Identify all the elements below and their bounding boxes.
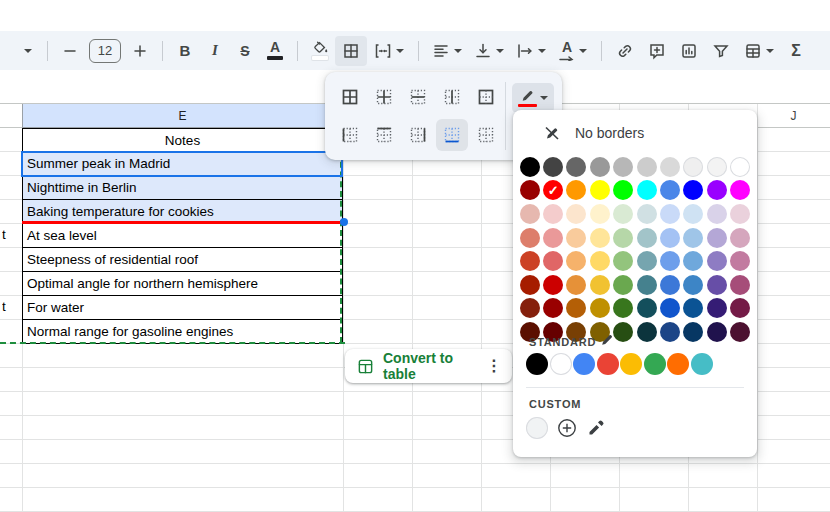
convert-to-table-button[interactable]: Convert to table ⋮ [345, 349, 512, 383]
color-swatch-d9d9d9[interactable] [660, 157, 680, 177]
color-swatch-1155cc[interactable] [660, 298, 680, 318]
color-swatch-a61c00[interactable] [520, 275, 540, 295]
font-size-input[interactable]: 12 [85, 36, 125, 66]
color-swatch-20124d[interactable] [707, 322, 727, 342]
color-swatch-434343[interactable] [543, 157, 563, 177]
border-color-button[interactable] [512, 83, 554, 113]
border-type-right[interactable] [402, 119, 434, 151]
color-swatch-0c343d[interactable] [637, 322, 657, 342]
color-swatch-134f5c[interactable] [637, 298, 657, 318]
create-filter-button[interactable] [705, 36, 737, 66]
decrease-font-size-button[interactable] [55, 36, 85, 66]
merge-cells-button[interactable] [367, 36, 411, 66]
insert-link-button[interactable] [609, 36, 641, 66]
color-swatch-d5a6bd[interactable] [730, 228, 750, 248]
text-rotation-button[interactable]: A [552, 36, 594, 66]
custom-color-swatch[interactable] [526, 417, 548, 439]
color-swatch-fbbc04[interactable] [620, 353, 642, 375]
more-options-icon[interactable]: ⋮ [486, 359, 502, 373]
functions-button[interactable]: Σ [781, 36, 811, 66]
border-type-vertical[interactable] [436, 81, 468, 113]
color-swatch-ea4335[interactable] [597, 353, 619, 375]
no-borders-option[interactable]: No borders [513, 118, 757, 148]
color-swatch-073763[interactable] [683, 322, 703, 342]
cell-row[interactable]: For water [23, 296, 342, 320]
color-swatch-fce5cd[interactable] [566, 204, 586, 224]
color-swatch-76a5af[interactable] [637, 251, 657, 271]
cell-row[interactable]: Steepness of residential roof [23, 248, 342, 272]
text-color-button[interactable]: A [260, 36, 290, 66]
color-swatch-000000[interactable] [520, 157, 540, 177]
color-swatch-ffd966[interactable] [590, 251, 610, 271]
cell-row[interactable]: Normal range for gasoline engines [23, 320, 342, 344]
color-swatch-ffff00[interactable] [590, 180, 610, 200]
color-swatch-fff2cc[interactable] [590, 204, 610, 224]
color-swatch-f3f3f3[interactable] [707, 157, 727, 177]
color-swatch-3d85c6[interactable] [683, 275, 703, 295]
color-swatch-85200c[interactable] [520, 298, 540, 318]
color-swatch-6d9eeb[interactable] [660, 251, 680, 271]
border-type-horizontal[interactable] [402, 81, 434, 113]
color-swatch-bf9000[interactable] [590, 298, 610, 318]
color-swatch-e69138[interactable] [566, 275, 586, 295]
border-type-left[interactable] [334, 119, 366, 151]
edit-standard-pencil-icon[interactable] [600, 333, 614, 347]
color-swatch-a64d79[interactable] [730, 275, 750, 295]
color-swatch-46bdc6[interactable] [691, 353, 713, 375]
color-swatch-ff0000[interactable]: ✓ [543, 180, 563, 200]
cell-row[interactable]: Optimal angle for northern hemisphere [23, 272, 342, 296]
eyedropper-icon[interactable] [586, 418, 606, 438]
strikethrough-button[interactable]: S [230, 36, 260, 66]
color-swatch-ffe599[interactable] [590, 228, 610, 248]
text-wrap-button[interactable] [510, 36, 552, 66]
color-swatch-0000ff[interactable] [683, 180, 703, 200]
color-swatch-b6d7a8[interactable] [613, 228, 633, 248]
color-swatch-e6b8af[interactable] [520, 204, 540, 224]
borders-button[interactable] [335, 36, 367, 66]
border-type-all[interactable] [334, 81, 366, 113]
color-swatch-f9cb9c[interactable] [566, 228, 586, 248]
color-swatch-6aa84f[interactable] [613, 275, 633, 295]
color-swatch-999999[interactable] [590, 157, 610, 177]
insert-chart-button[interactable] [673, 36, 705, 66]
color-swatch-4c1130[interactable] [730, 322, 750, 342]
color-swatch-6fa8dc[interactable] [683, 251, 703, 271]
border-type-clear[interactable] [470, 119, 502, 151]
color-swatch-b45f06[interactable] [566, 298, 586, 318]
color-swatch-a2c4c9[interactable] [637, 228, 657, 248]
color-swatch-4285f4[interactable] [573, 353, 595, 375]
toolbar-overflow-caret[interactable] [16, 36, 40, 66]
color-swatch-b4a7d6[interactable] [707, 228, 727, 248]
color-swatch-ead1dc[interactable] [730, 204, 750, 224]
color-swatch-ff6d01[interactable] [667, 353, 689, 375]
color-swatch-ea9999[interactable] [543, 228, 563, 248]
color-swatch-cc0000[interactable] [543, 275, 563, 295]
color-swatch-93c47d[interactable] [613, 251, 633, 271]
color-swatch-674ea7[interactable] [707, 275, 727, 295]
border-type-inner[interactable] [368, 81, 400, 113]
table-view-button[interactable] [737, 36, 781, 66]
border-type-bottom-selected[interactable] [436, 119, 468, 151]
color-swatch-b7b7b7[interactable] [613, 157, 633, 177]
color-swatch-351c75[interactable] [707, 298, 727, 318]
color-swatch-4a86e8[interactable] [660, 180, 680, 200]
color-swatch-cfe2f3[interactable] [683, 204, 703, 224]
color-swatch-f1c232[interactable] [590, 275, 610, 295]
color-swatch-00ffff[interactable] [637, 180, 657, 200]
color-swatch-d0e0e3[interactable] [637, 204, 657, 224]
color-swatch-f6b26b[interactable] [566, 251, 586, 271]
cell-row[interactable]: At sea level [23, 224, 342, 248]
color-swatch-dd7e6b[interactable] [520, 228, 540, 248]
color-swatch-274e13[interactable] [613, 322, 633, 342]
fill-color-button[interactable] [305, 36, 335, 66]
color-swatch-00ff00[interactable] [613, 180, 633, 200]
cell-row[interactable]: Nighttime in Berlin [23, 176, 342, 200]
column-header-E[interactable]: E [22, 104, 343, 128]
color-swatch-ff00ff[interactable] [730, 180, 750, 200]
color-swatch-d9ead3[interactable] [613, 204, 633, 224]
vertical-align-button[interactable] [468, 36, 510, 66]
italic-button[interactable]: I [200, 36, 230, 66]
color-swatch-9900ff[interactable] [707, 180, 727, 200]
color-swatch-1c4587[interactable] [660, 322, 680, 342]
color-swatch-000000[interactable] [526, 353, 548, 375]
